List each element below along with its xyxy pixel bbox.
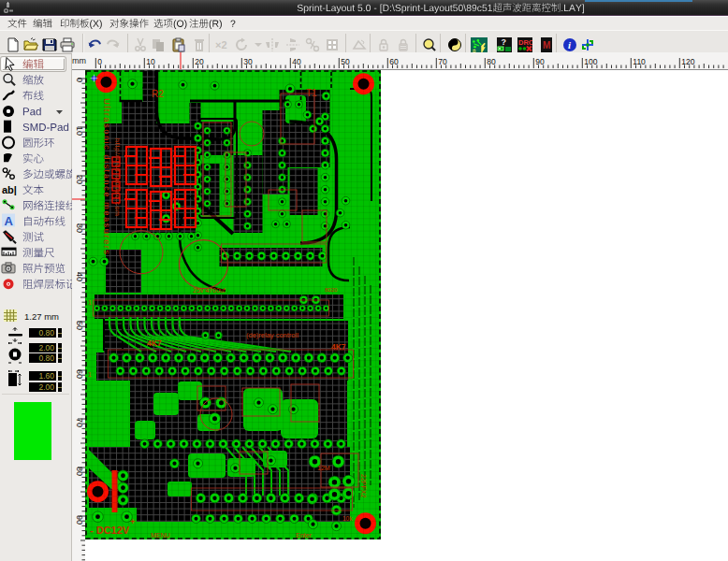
svg-text:M: M <box>543 40 550 50</box>
svg-text:1.27 mm: 1.27 mm <box>24 311 59 322</box>
svg-text:50: 50 <box>75 321 84 330</box>
svg-text:110: 110 <box>633 57 646 66</box>
svg-text:60: 60 <box>75 369 84 379</box>
svg-text:40: 40 <box>75 272 84 281</box>
svg-text:0: 0 <box>75 78 84 82</box>
svg-text:100: 100 <box>584 57 597 66</box>
svg-text:0: 0 <box>97 57 102 66</box>
svg-text:DRC: DRC <box>518 38 532 47</box>
svg-text:?: ? <box>502 37 507 47</box>
svg-text:30: 30 <box>75 223 84 233</box>
svg-text:×2: ×2 <box>215 39 227 50</box>
svg-text:10: 10 <box>75 126 84 136</box>
svg-text:ab|: ab| <box>2 184 17 195</box>
svg-text:90: 90 <box>75 515 84 525</box>
svg-text:120: 120 <box>681 57 694 66</box>
svg-text:20: 20 <box>75 175 84 184</box>
svg-text:A: A <box>5 214 14 228</box>
svg-text:80: 80 <box>75 467 84 476</box>
svg-text:70: 70 <box>75 418 84 427</box>
